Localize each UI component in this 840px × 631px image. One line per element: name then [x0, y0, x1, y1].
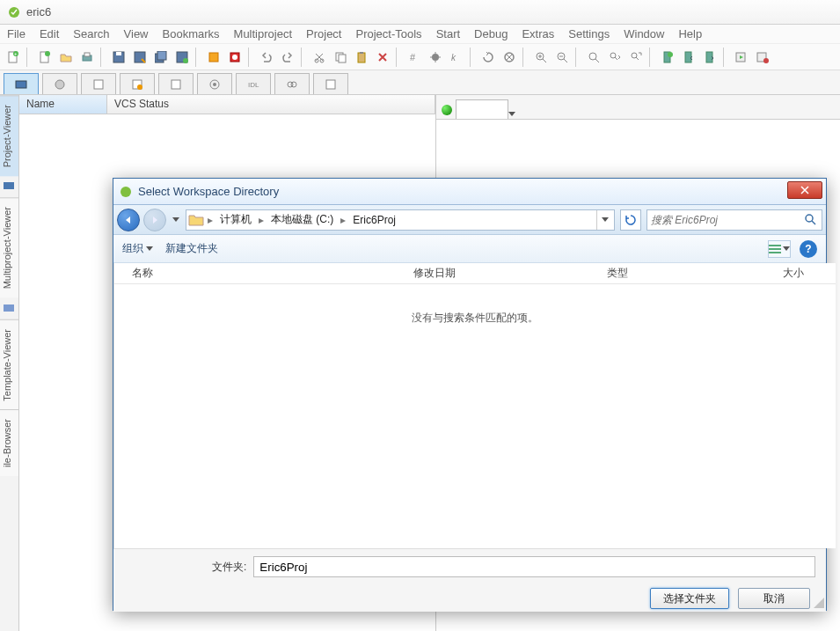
menu-search[interactable]: Search [73, 27, 109, 40]
comment-icon[interactable]: # [405, 48, 424, 67]
rail-icon-2[interactable] [3, 302, 17, 316]
cancel-button[interactable]: 取消 [738, 588, 810, 609]
rail-file-browser[interactable]: ile-Browser [0, 409, 18, 476]
zoom-out-icon[interactable] [552, 48, 572, 67]
nav-history-dropdown[interactable] [170, 211, 182, 229]
tool-tab-2[interactable] [42, 73, 77, 94]
bookmark-next-icon[interactable] [700, 48, 719, 67]
back-button[interactable] [117, 209, 140, 231]
print-icon[interactable] [77, 48, 97, 67]
new-doc-icon[interactable] [35, 48, 55, 67]
menu-edit[interactable]: Edit [40, 27, 59, 40]
tool-tab-4[interactable] [120, 73, 155, 94]
redo-icon[interactable] [278, 48, 297, 67]
forward-button[interactable] [143, 209, 166, 231]
stop-icon[interactable] [500, 48, 519, 67]
new-folder-button[interactable]: 新建文件夹 [165, 241, 218, 256]
menu-window[interactable]: Window [624, 27, 664, 40]
bc-dropdown[interactable] [596, 210, 612, 230]
side-videos[interactable]: 视频 [113, 416, 114, 453]
bookmark-prev-icon[interactable] [679, 48, 698, 67]
col-vcs[interactable]: VCS Status [107, 95, 435, 114]
side-libraries[interactable]: 库 [113, 393, 114, 416]
menu-bookmarks[interactable]: Bookmarks [163, 27, 220, 40]
menu-project[interactable]: Project [306, 27, 341, 40]
delete-icon[interactable] [373, 48, 392, 67]
view-mode-button[interactable] [768, 240, 791, 258]
rail-multiproject-viewer[interactable]: Multiproject-Viewer [0, 197, 18, 297]
copy-icon[interactable] [331, 48, 350, 67]
tool-tab-5[interactable] [158, 73, 194, 94]
col-type[interactable]: 类型 [607, 266, 677, 281]
new-file-icon[interactable]: + [4, 48, 23, 67]
rail-icon-1[interactable] [3, 180, 17, 194]
find-next-icon[interactable] [605, 48, 625, 67]
close-button[interactable] [787, 181, 822, 199]
resize-grip[interactable] [812, 596, 824, 608]
save-icon[interactable] [109, 48, 128, 67]
tool-tab-7[interactable]: IDL [236, 73, 271, 94]
search-box[interactable] [646, 209, 822, 231]
close-file-icon[interactable] [204, 48, 223, 67]
rail-project-viewer[interactable]: Project-Viewer [0, 95, 18, 176]
side-recent[interactable]: 最近访问的位置 [113, 268, 114, 380]
side-music[interactable]: 音乐 [113, 527, 114, 548]
paste-icon[interactable] [352, 48, 371, 67]
breadcrumb-bar[interactable]: ▸ 计算机 ▸ 本地磁盘 (C:) ▸ Eric6Proj [186, 209, 615, 231]
tool-tab-3[interactable] [81, 73, 116, 94]
quit-icon[interactable] [225, 48, 245, 67]
tool-tab-8[interactable] [274, 73, 310, 94]
menu-multiproject[interactable]: Multiproject [234, 27, 292, 40]
cut-icon[interactable] [310, 48, 329, 67]
organize-menu[interactable]: 组织 [122, 241, 153, 256]
col-size[interactable]: 大小 [783, 266, 836, 281]
tool-tab-9[interactable] [313, 73, 348, 94]
rail-template-viewer[interactable]: Template-Viewer [0, 319, 18, 410]
bc-eric6proj[interactable]: Eric6Proj [349, 212, 399, 228]
menu-view[interactable]: View [124, 27, 149, 40]
menu-debug[interactable]: Debug [474, 27, 508, 40]
side-pictures[interactable]: 图片 [113, 453, 114, 490]
search-icon[interactable] [804, 213, 818, 227]
menu-file[interactable]: File [7, 27, 26, 40]
zoom-in-icon[interactable] [531, 48, 551, 67]
save-all-icon[interactable] [151, 48, 171, 67]
col-filename[interactable]: 名称 [132, 266, 308, 281]
menu-start[interactable]: Start [436, 27, 460, 40]
menu-settings[interactable]: Settings [568, 27, 610, 40]
folder-name-input[interactable] [253, 556, 815, 577]
menu-extras[interactable]: Extras [522, 27, 554, 40]
format-icon[interactable]: k [447, 48, 466, 67]
find-icon[interactable] [584, 48, 603, 67]
side-documents[interactable]: 文档 [113, 490, 114, 527]
replace-icon[interactable] [626, 48, 646, 67]
svg-rect-12 [157, 51, 166, 60]
empty-editor-tab[interactable] [456, 99, 508, 119]
undo-icon[interactable] [257, 48, 276, 67]
dialog-titlebar[interactable]: Select Workspace Directory [113, 179, 826, 205]
tool-tab-6[interactable] [197, 73, 232, 94]
svg-rect-58 [769, 252, 781, 253]
save-copy-icon[interactable] [172, 48, 192, 67]
search-input[interactable] [651, 214, 804, 226]
col-name[interactable]: Name [19, 95, 107, 114]
save-as-icon[interactable] [130, 48, 150, 67]
help-button[interactable]: ? [800, 240, 817, 258]
col-date[interactable]: 修改日期 [413, 266, 501, 281]
bc-computer[interactable]: 计算机 [216, 210, 255, 229]
menu-project-tools[interactable]: Project-Tools [355, 27, 421, 40]
file-list[interactable]: 名称 修改日期 类型 大小 没有与搜索条件匹配的项。 [114, 263, 836, 548]
menu-help[interactable]: Help [678, 27, 702, 40]
run-icon[interactable] [732, 48, 751, 67]
sidebar-tree[interactable]: 最近访问的位置 库 视频 图片 文档 音乐 [113, 263, 114, 548]
select-folder-button[interactable]: 选择文件夹 [650, 588, 729, 609]
tool-tab-1[interactable] [4, 73, 39, 94]
open-icon[interactable] [56, 48, 76, 67]
bc-disk-c[interactable]: 本地磁盘 (C:) [267, 210, 337, 229]
editor-tab-dropdown[interactable] [508, 106, 515, 119]
debug-icon[interactable] [426, 48, 445, 67]
bookmark-add-icon[interactable] [658, 48, 677, 67]
debug-run-icon[interactable] [753, 48, 772, 67]
refresh-button[interactable] [620, 209, 641, 231]
reload-icon[interactable] [478, 48, 498, 67]
